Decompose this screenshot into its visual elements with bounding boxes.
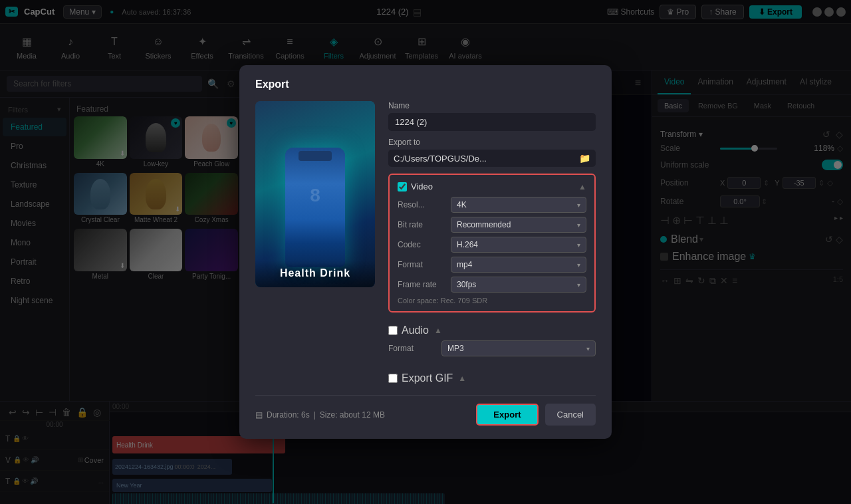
- export-to-label: Export to: [388, 138, 596, 147]
- bitrate-value: Recommended: [457, 220, 511, 229]
- size-text: Size: about 12 MB: [320, 410, 385, 420]
- preview-title-text: Health Drink: [262, 267, 368, 279]
- cancel-button[interactable]: Cancel: [545, 404, 596, 426]
- export-button[interactable]: Export: [476, 404, 538, 426]
- resolution-arrow-icon: ▾: [577, 201, 580, 209]
- codec-label: Codec: [398, 240, 451, 249]
- color-space-text: Color space: Rec. 709 SDR: [398, 297, 586, 305]
- dialog-title: Export: [255, 78, 596, 90]
- gif-section: Export GIF ▲: [388, 372, 596, 384]
- audio-format-label: Format: [388, 344, 441, 353]
- format-select[interactable]: mp4 ▾: [451, 257, 586, 273]
- bitrate-row: Bit rate Recommended ▾: [398, 217, 586, 233]
- name-value: 1224 (2): [395, 117, 589, 127]
- resolution-value: 4K: [457, 200, 467, 209]
- format-arrow-icon: ▾: [577, 261, 580, 269]
- export-to-input[interactable]: C:/Users/TOPGUS/De... 📁: [388, 150, 596, 167]
- footer-separator: |: [314, 410, 316, 420]
- video-file-icon: ▤: [255, 410, 263, 420]
- format-label: Format: [398, 260, 451, 269]
- footer-buttons: Export Cancel: [476, 404, 596, 426]
- video-collapse-icon[interactable]: ▲: [578, 182, 586, 191]
- gif-checkbox[interactable]: [388, 374, 398, 383]
- audio-section-header: Audio ▲: [388, 324, 596, 336]
- bitrate-arrow-icon: ▾: [577, 221, 580, 229]
- gif-collapse-icon[interactable]: ▲: [458, 374, 466, 383]
- gif-section-header: Export GIF ▲: [388, 372, 596, 384]
- video-section-header: Video ▲: [398, 182, 586, 191]
- resolution-select[interactable]: 4K ▾: [451, 197, 586, 213]
- video-section: Video ▲ Resol... 4K ▾ Bit rate Recomme: [388, 174, 596, 313]
- audio-section: Audio ▲ Format MP3 ▾: [388, 324, 596, 360]
- export-to-row: Export to C:/Users/TOPGUS/De... 📁: [388, 138, 596, 167]
- name-row: Name 1224 (2): [388, 101, 596, 131]
- framerate-value: 30fps: [457, 280, 476, 289]
- audio-format-arrow-icon: ▾: [586, 345, 590, 352]
- duration-text: Duration: 6s: [267, 410, 310, 420]
- preview-bottle: [285, 148, 345, 267]
- dialog-footer: ▤ Duration: 6s | Size: about 12 MB Expor…: [255, 395, 596, 426]
- export-dialog: Export ✏ Edit cover Health Drink Name: [239, 65, 612, 439]
- video-checkbox[interactable]: [398, 182, 407, 191]
- codec-value: H.264: [457, 240, 478, 249]
- dialog-form: Name 1224 (2) Export to C:/Users/TOPGUS/…: [388, 101, 596, 384]
- bitrate-select[interactable]: Recommended ▾: [451, 217, 586, 233]
- dialog-body: ✏ Edit cover Health Drink Name 1224 (2): [255, 101, 596, 384]
- export-dialog-overlay: Export ✏ Edit cover Health Drink Name: [0, 0, 851, 504]
- footer-info: ▤ Duration: 6s | Size: about 12 MB: [255, 410, 385, 420]
- folder-browse-button[interactable]: 📁: [579, 153, 590, 164]
- framerate-label: Frame rate: [398, 280, 451, 289]
- video-section-title: Video: [411, 182, 574, 191]
- dialog-preview: ✏ Edit cover Health Drink: [255, 101, 375, 287]
- name-input-row[interactable]: 1224 (2): [388, 113, 596, 131]
- resolution-row: Resol... 4K ▾: [398, 197, 586, 213]
- format-row: Format mp4 ▾: [398, 257, 586, 273]
- export-to-value: C:/Users/TOPGUS/De...: [394, 154, 575, 164]
- codec-row: Codec H.264 ▾: [398, 237, 586, 253]
- codec-select[interactable]: H.264 ▾: [451, 237, 586, 253]
- audio-format-row: Format MP3 ▾: [388, 340, 596, 356]
- bitrate-label: Bit rate: [398, 220, 451, 229]
- format-value: mp4: [457, 260, 472, 269]
- framerate-select[interactable]: 30fps ▾: [451, 277, 586, 293]
- audio-checkbox[interactable]: [388, 326, 398, 335]
- codec-arrow-icon: ▾: [577, 241, 580, 249]
- resolution-label: Resol...: [398, 200, 451, 209]
- preview-title-bar: Health Drink: [255, 261, 375, 287]
- gif-section-title: Export GIF: [402, 372, 453, 384]
- audio-section-title: Audio: [402, 324, 429, 336]
- audio-format-select[interactable]: MP3 ▾: [441, 340, 596, 356]
- audio-collapse-icon[interactable]: ▲: [434, 326, 442, 335]
- name-label: Name: [388, 101, 596, 110]
- audio-format-value: MP3: [447, 344, 464, 353]
- framerate-arrow-icon: ▾: [577, 281, 580, 289]
- framerate-row: Frame rate 30fps ▾: [398, 277, 586, 293]
